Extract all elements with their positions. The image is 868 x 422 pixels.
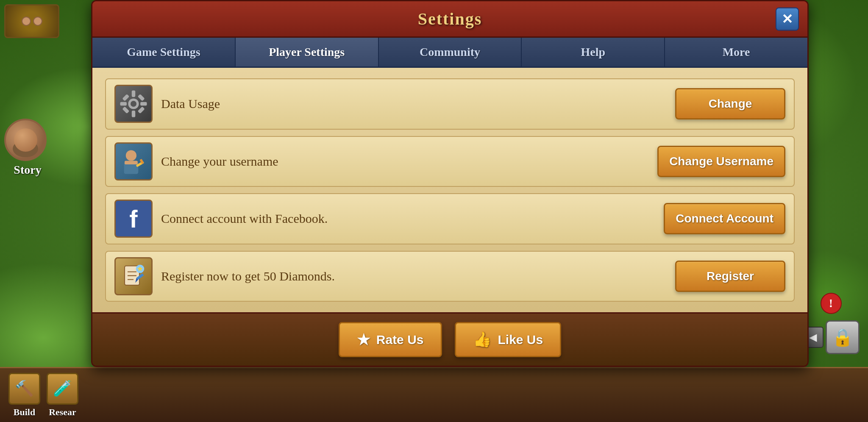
tab-community[interactable]: Community (379, 38, 522, 67)
dialog-title: Settings (418, 9, 482, 29)
facebook-icon: f (114, 200, 153, 238)
svg-rect-3 (132, 111, 135, 117)
dialog-header: Settings ✕ (92, 1, 807, 38)
rate-us-label: Rate Us (376, 333, 424, 347)
dialog-footer: ★ Rate Us 👍 Like Us (92, 312, 807, 366)
connect-account-button[interactable]: Connect Account (664, 203, 785, 234)
svg-point-10 (126, 150, 136, 161)
svg-rect-6 (122, 94, 129, 101)
build-label: Build (14, 407, 35, 418)
lock-icon[interactable]: 🔒 (826, 320, 860, 354)
settings-dialog: Settings ✕ Game Settings Player Settings… (91, 0, 809, 367)
facebook-f-letter: f (129, 205, 137, 233)
svg-rect-8 (122, 107, 129, 114)
register-svg (119, 261, 148, 291)
alert-icon[interactable]: ! (821, 293, 842, 314)
rate-us-icon: ★ (357, 331, 370, 348)
svg-rect-2 (132, 91, 135, 97)
data-usage-icon (114, 85, 153, 123)
svg-rect-5 (140, 102, 147, 106)
close-button[interactable]: ✕ (776, 7, 799, 31)
top-avatar[interactable] (4, 4, 59, 38)
like-us-button[interactable]: 👍 Like Us (455, 322, 562, 357)
tab-game-settings[interactable]: Game Settings (92, 38, 236, 67)
avatar-figures (22, 17, 42, 26)
svg-rect-9 (138, 107, 145, 114)
svg-rect-12 (125, 161, 138, 164)
change-username-button[interactable]: Change Username (657, 146, 785, 177)
research-label: Resear (49, 407, 76, 418)
data-usage-change-button[interactable]: Change (675, 88, 785, 119)
bottom-bar: 🔨 Build 🧪 Resear (0, 367, 868, 422)
data-usage-row: Data Usage Change (105, 78, 795, 130)
settings-dialog-overlay: Settings ✕ Game Settings Player Settings… (91, 0, 809, 367)
story-avatar[interactable] (4, 119, 47, 161)
change-username-text: Change your username (161, 154, 649, 169)
svg-rect-7 (138, 94, 145, 101)
story-label: Story (14, 163, 41, 177)
rate-us-button[interactable]: ★ Rate Us (339, 322, 442, 357)
register-icon (114, 257, 153, 295)
like-us-label: Like Us (498, 333, 543, 347)
tab-player-settings[interactable]: Player Settings (236, 38, 379, 67)
research-button[interactable]: 🧪 Resear (47, 373, 78, 418)
tab-bar: Game Settings Player Settings Community … (92, 38, 807, 68)
like-us-icon: 👍 (473, 331, 492, 348)
svg-rect-4 (120, 102, 127, 106)
svg-point-1 (131, 101, 136, 107)
change-username-icon (114, 142, 153, 180)
left-sidebar: Story (0, 0, 93, 422)
dialog-content: Data Usage Change Change your username C… (92, 68, 807, 312)
data-usage-text: Data Usage (161, 97, 667, 111)
connect-facebook-text: Connect account with Facebook. (161, 211, 655, 226)
register-button[interactable]: Register (675, 261, 785, 292)
research-icon: 🧪 (47, 373, 78, 405)
gear-svg (119, 89, 148, 119)
person-svg (119, 147, 148, 176)
register-text: Register now to get 50 Diamonds. (161, 269, 667, 283)
figure-head-2 (33, 17, 42, 26)
connect-facebook-row: f Connect account with Facebook. Connect… (105, 193, 795, 244)
figure-head-1 (22, 17, 31, 26)
register-row: Register now to get 50 Diamonds. Registe… (105, 251, 795, 302)
tab-help[interactable]: Help (522, 38, 665, 67)
tab-more[interactable]: More (665, 38, 807, 67)
build-icon: 🔨 (8, 373, 40, 405)
change-username-row: Change your username Change Username (105, 136, 795, 187)
right-icons: ! ◀ 🔒 (802, 293, 860, 354)
build-button[interactable]: 🔨 Build (8, 373, 40, 418)
